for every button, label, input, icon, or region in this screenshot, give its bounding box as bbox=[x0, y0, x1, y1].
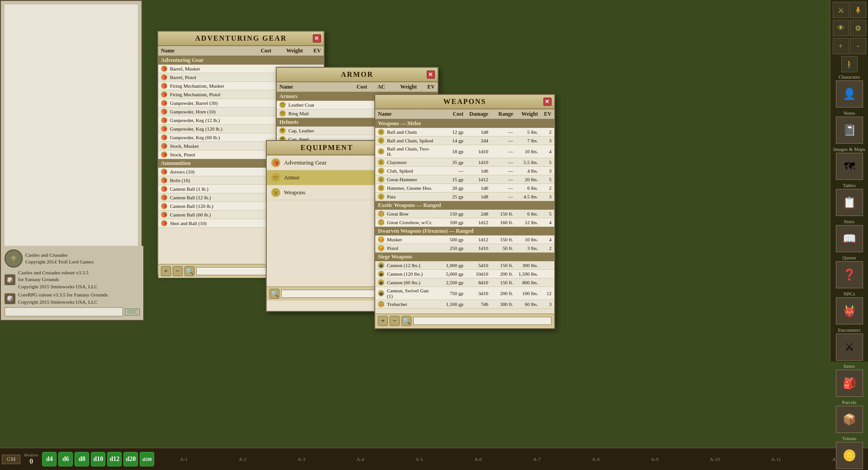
table-row[interactable]: ⚔Great-Hammer15 gp1d12—20 lbs.5 bbox=[375, 175, 554, 184]
coord-a4: A-4 bbox=[357, 456, 364, 462]
coord-a11: A-11 bbox=[771, 456, 781, 462]
item-icon: ⚔ bbox=[378, 159, 384, 165]
table-row[interactable]: 🏹Great Crossbow, w/Cr.100 gp1d12160 ft.1… bbox=[375, 218, 554, 227]
coord-row: A-1 A-2 A-3 A-4 A-5 A-6 A-7 A-8 A-9 A-10… bbox=[154, 456, 868, 462]
sidebar-bottom: ⚜ Castles and Crusades Copyright 2014 Tr… bbox=[1, 246, 143, 320]
items-image[interactable]: 🎒 bbox=[836, 370, 863, 397]
dice-d10[interactable]: d10 bbox=[91, 452, 105, 466]
npcs-image[interactable]: 👹 bbox=[836, 297, 863, 324]
sidebar-search-input[interactable] bbox=[5, 307, 123, 316]
table-row[interactable]: 🏹Great Bow150 gp2d8150 ft.6 lbs.5 bbox=[375, 210, 554, 218]
images-maps-label: Images & Maps bbox=[833, 146, 865, 152]
images-maps-image[interactable]: 🗺 bbox=[836, 153, 863, 180]
section-parcels[interactable]: Parcels 📦 bbox=[831, 400, 868, 433]
dice-d4[interactable]: d4 bbox=[42, 452, 57, 466]
armor-columns: Name Cost AC Weight EV bbox=[277, 82, 438, 92]
parcels-image[interactable]: 📦 bbox=[836, 406, 863, 433]
equip-list[interactable]: 🎒 Adventuring Gear 🛡 Armor ⚔ Weapons bbox=[267, 155, 387, 287]
weapons-content[interactable]: Weapons — Melee ⚔Ball and Chain12 gp1d8—… bbox=[375, 119, 554, 314]
eye-icon[interactable]: 👁 bbox=[833, 20, 849, 36]
table-row[interactable]: 🔫Musket500 gp1d12150 ft.10 lbs.4 bbox=[375, 235, 554, 244]
section-tokens[interactable]: Tokens 🪙 bbox=[831, 436, 868, 469]
table-row[interactable]: ⚔Ball and Chain, Two-H.18 gp1d10—10 lbs.… bbox=[375, 145, 554, 158]
adv-gear-search-icon[interactable]: 🔍 bbox=[184, 266, 194, 276]
settings-icon[interactable]: ⚙ bbox=[850, 20, 866, 36]
characters-image[interactable]: 👤 bbox=[836, 80, 863, 108]
table-row[interactable]: 💣Cannon (120 lbs.)5,000 gp10d10200 ft.1,… bbox=[375, 270, 554, 278]
table-row[interactable]: 🏹Trebuchet1,100 gp7d6300 ft.60 lbs.3 bbox=[375, 300, 554, 309]
dice-d6[interactable]: d6 bbox=[58, 452, 73, 466]
item-icon: 🎒 bbox=[161, 151, 167, 158]
section-notes[interactable]: Notes 📓 bbox=[831, 110, 868, 144]
person-icon[interactable]: 🧍 bbox=[850, 2, 866, 18]
table-row[interactable]: 🔫Pistol250 gp1d1050 ft.3 lbs.2 bbox=[375, 244, 554, 253]
table-row[interactable]: ⚔Ball and Chain, Spiked14 gp2d4—7 lbs.3 bbox=[375, 136, 554, 145]
table-row[interactable]: ⚔Club, Spiked—1d6—4 lbs.3 bbox=[375, 167, 554, 175]
dice-d20[interactable]: d20 bbox=[123, 452, 138, 466]
zoom-minus-icon[interactable]: - bbox=[850, 38, 866, 54]
zoom-icon-group[interactable]: + - bbox=[833, 38, 866, 54]
tokens-image[interactable]: 🪙 bbox=[836, 442, 863, 469]
walk-icon[interactable]: 🚶 bbox=[841, 56, 858, 72]
equip-item-weapons[interactable]: ⚔ Weapons bbox=[267, 185, 387, 200]
coord-a6: A-6 bbox=[474, 456, 482, 462]
item-icon: 🎒 bbox=[161, 100, 167, 106]
col-cost: Cost bbox=[434, 111, 463, 118]
weapons-close-button[interactable]: ✕ bbox=[543, 98, 552, 106]
col-cost: Cost bbox=[335, 84, 367, 90]
table-row[interactable]: ⚔Hammer, Gnome Hoo.20 gp1d6—6 lbs.2 bbox=[375, 184, 554, 193]
equip-item-armor[interactable]: 🛡 Armor bbox=[267, 170, 387, 185]
walk-icon-group[interactable]: 🚶 bbox=[841, 56, 858, 72]
sidebar-search[interactable]: OOC bbox=[5, 307, 140, 316]
section-items[interactable]: Items 🎒 bbox=[831, 363, 868, 397]
item-icon: ⛑ bbox=[279, 127, 286, 134]
weapons-search-icon[interactable]: 🔍 bbox=[401, 316, 411, 326]
section-encounters[interactable]: Encounters ⚔ bbox=[831, 327, 868, 361]
tables-image[interactable]: 📋 bbox=[836, 189, 863, 216]
dice-row[interactable]: d4 d6 d8 d10 d12 d20 d100 bbox=[42, 452, 154, 466]
table-row[interactable]: ⚔Pata25 gp1d8—4.5 lbs.3 bbox=[375, 193, 554, 201]
equip-search-input[interactable] bbox=[281, 290, 384, 298]
weapons-add-button[interactable]: + bbox=[378, 316, 388, 326]
weapons-remove-button[interactable]: − bbox=[390, 316, 400, 326]
section-npcs[interactable]: NPCs 👹 bbox=[831, 291, 868, 324]
dice-d100[interactable]: d100 bbox=[140, 452, 154, 466]
section-characters[interactable]: Characters 👤 bbox=[831, 74, 868, 108]
equip-search-icon[interactable]: 🔍 bbox=[269, 289, 279, 299]
section-images-maps[interactable]: Images & Maps 🗺 bbox=[831, 146, 868, 180]
item-icon: 🎒 bbox=[161, 74, 167, 80]
zoom-plus-icon[interactable]: + bbox=[833, 38, 849, 54]
story-image[interactable]: 📖 bbox=[836, 225, 863, 252]
tokens-label: Tokens bbox=[842, 436, 857, 441]
equip-item-adventuring-gear[interactable]: 🎒 Adventuring Gear bbox=[267, 155, 387, 170]
table-row[interactable]: ⚔Claymore35 gp1d10—5.5 lbs.5 bbox=[375, 158, 554, 167]
table-row[interactable]: ⚔Ball and Chain12 gp1d8—5 lbs.2 bbox=[375, 128, 554, 136]
ooc-button[interactable]: OOC bbox=[125, 309, 140, 315]
ruleset-text1: Castles and Crusades ruleset v3.3.5 for … bbox=[18, 269, 98, 290]
top-icon-group[interactable]: ⚔ 🧍 bbox=[833, 2, 866, 18]
ruleset-icon2: 🎲 bbox=[5, 293, 15, 304]
adv-gear-close-button[interactable]: ✕ bbox=[313, 34, 321, 42]
item-icon: 🎒 bbox=[161, 66, 167, 72]
dice-d8[interactable]: d8 bbox=[75, 452, 89, 466]
section-quests[interactable]: Quests ❓ bbox=[831, 255, 868, 288]
weapons-search-input[interactable] bbox=[413, 317, 552, 325]
table-row[interactable]: 💣Cannon (12 lbs.)1,000 gp5d10150 ft.300 … bbox=[375, 261, 554, 270]
adv-gear-add-button[interactable]: + bbox=[161, 266, 171, 276]
dice-d12[interactable]: d12 bbox=[107, 452, 122, 466]
encounters-image[interactable]: ⚔ bbox=[836, 334, 863, 361]
adv-gear-remove-button[interactable]: − bbox=[173, 266, 183, 276]
quests-image[interactable]: ❓ bbox=[836, 261, 863, 288]
adv-gear-title: Adventuring Gear bbox=[195, 34, 287, 42]
section-tables[interactable]: Tables 📋 bbox=[831, 183, 868, 216]
item-icon: ⚔ bbox=[378, 185, 384, 191]
armor-close-button[interactable]: ✕ bbox=[427, 70, 435, 79]
table-row[interactable]: 💣Cannon, Swivel Gun (1)750 gp3d10200 ft.… bbox=[375, 287, 554, 300]
table-row[interactable]: 💣Cannon (60 lbs.)2,500 gp8d10150 ft.800 … bbox=[375, 278, 554, 287]
ruleset-row2: 🎲 CoreRPG ruleset v3.3.5 for Fantasy Gro… bbox=[5, 291, 140, 306]
coord-a8: A-8 bbox=[592, 456, 599, 462]
sword-icon[interactable]: ⚔ bbox=[833, 2, 849, 18]
section-story[interactable]: Story 📖 bbox=[831, 219, 868, 252]
mid-icon-group[interactable]: 👁 ⚙ bbox=[833, 20, 866, 36]
notes-image[interactable]: 📓 bbox=[836, 117, 863, 144]
